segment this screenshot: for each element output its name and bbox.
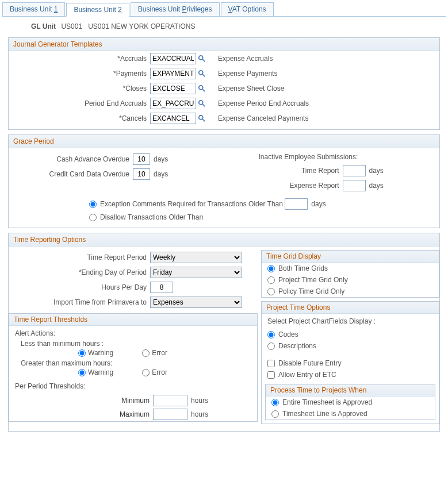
credit-card-input[interactable] bbox=[133, 168, 150, 180]
process-title: Process Time to Projects When bbox=[266, 384, 435, 397]
import-primavera-label: Import Time from Primavera to bbox=[12, 298, 150, 306]
exception-days-input[interactable] bbox=[285, 198, 308, 210]
accruals-label: *Accruals bbox=[12, 55, 150, 63]
project-grid-radio[interactable] bbox=[267, 276, 275, 284]
maximum-hours-unit: hours bbox=[191, 410, 208, 418]
closes-desc: Expense Sheet Close bbox=[218, 84, 284, 93]
tab-business-unit-1[interactable]: Business Unit 1 bbox=[2, 2, 65, 16]
hours-per-day-input[interactable] bbox=[150, 282, 173, 293]
tab-bar: Business Unit 1 Business Unit 2 Business… bbox=[2, 2, 446, 17]
closes-lookup-icon[interactable] bbox=[197, 84, 206, 93]
import-primavera-select[interactable]: Expenses bbox=[150, 297, 242, 308]
greater-than-label: Greater than maximum hours: bbox=[15, 359, 251, 367]
time-report-period-select[interactable]: Weekly bbox=[150, 252, 242, 263]
credit-days-unit: days bbox=[154, 170, 168, 178]
payments-input[interactable] bbox=[150, 68, 196, 79]
entire-timesheet-radio[interactable] bbox=[271, 399, 279, 406]
timesheet-line-radio[interactable] bbox=[271, 410, 279, 418]
svg-point-8 bbox=[199, 116, 203, 120]
tab-business-unit-2[interactable]: Business Unit 2 bbox=[66, 3, 129, 17]
pto-title: Project Time Options bbox=[262, 302, 439, 314]
svg-point-2 bbox=[199, 71, 203, 75]
grace-period-section: Grace Period Cash Advance Overdue days C… bbox=[8, 134, 440, 228]
svg-line-7 bbox=[202, 104, 205, 106]
policy-grid-label: Policy Time Grid Only bbox=[278, 287, 344, 295]
entire-timesheet-label: Entire Timesheet is Approved bbox=[282, 398, 372, 406]
time-report-days-input[interactable] bbox=[343, 165, 366, 176]
exception-days-unit: days bbox=[311, 200, 326, 208]
svg-line-9 bbox=[202, 119, 205, 121]
codes-label: Codes bbox=[278, 330, 298, 338]
payments-desc: Expense Payments bbox=[218, 70, 277, 78]
maximum-input[interactable] bbox=[153, 409, 187, 420]
time-report-days-unit: days bbox=[369, 167, 384, 175]
time-reporting-options-section: Time Reporting Options Time Report Perio… bbox=[8, 233, 440, 432]
alert-actions-label: Alert Actions: bbox=[15, 329, 251, 337]
less-than-label: Less than minimum hours : bbox=[15, 340, 251, 348]
pea-lookup-icon[interactable] bbox=[197, 99, 206, 108]
timesheet-line-label: Timesheet Line is Approved bbox=[282, 410, 367, 418]
gt-error-radio[interactable] bbox=[142, 369, 150, 376]
closes-input[interactable] bbox=[150, 83, 196, 94]
cash-advance-label: Cash Advance Overdue bbox=[18, 155, 133, 163]
gt-error-label: Error bbox=[152, 368, 167, 376]
disable-future-checkbox[interactable] bbox=[267, 360, 275, 367]
time-report-period-label: Time Report Period bbox=[12, 253, 150, 261]
gl-unit-desc: US001 NEW YORK OPERATIONS bbox=[88, 22, 195, 30]
cancels-input[interactable] bbox=[150, 113, 196, 124]
disallow-label: Disallow Transactions Older Than bbox=[100, 213, 203, 221]
codes-radio[interactable] bbox=[267, 331, 275, 338]
per-period-label: Per Period Thresholds: bbox=[9, 379, 257, 394]
allow-etc-checkbox[interactable] bbox=[267, 371, 275, 379]
time-report-thresholds-section: Time Report Thresholds Alert Actions: Le… bbox=[9, 313, 258, 422]
tab-business-unit-privileges[interactable]: Business Unit Privileges bbox=[131, 2, 220, 16]
gl-unit-header: GL Unit US001 US001 NEW YORK OPERATIONS bbox=[2, 17, 446, 35]
accruals-lookup-icon[interactable] bbox=[197, 54, 206, 63]
gt-warning-radio[interactable] bbox=[78, 369, 86, 376]
svg-line-1 bbox=[202, 59, 205, 61]
expense-report-days-unit: days bbox=[369, 182, 384, 190]
expense-report-label: Expense Report bbox=[262, 182, 343, 190]
closes-label: *Closes bbox=[12, 84, 150, 93]
descriptions-label: Descriptions bbox=[278, 342, 316, 350]
lt-warning-radio[interactable] bbox=[78, 349, 86, 357]
accruals-desc: Expense Accruals bbox=[218, 55, 273, 63]
cancels-lookup-icon[interactable] bbox=[197, 114, 206, 123]
pea-input[interactable] bbox=[150, 98, 196, 109]
time-title: Time Reporting Options bbox=[9, 233, 439, 247]
project-time-options-section: Project Time Options Select Project Char… bbox=[261, 301, 439, 424]
project-grid-label: Project Time Grid Only bbox=[278, 276, 348, 284]
pea-desc: Expense Period End Accruals bbox=[218, 99, 309, 107]
hours-per-day-label: Hours Per Day bbox=[12, 283, 150, 291]
exception-comments-radio[interactable] bbox=[89, 201, 97, 208]
svg-point-0 bbox=[199, 56, 203, 60]
time-grid-display-section: Time Grid Display Both Time Grids Projec… bbox=[261, 250, 439, 298]
lt-error-radio[interactable] bbox=[142, 349, 150, 357]
time-report-label: Time Report bbox=[262, 167, 343, 175]
cash-days-unit: days bbox=[154, 155, 168, 163]
jgt-title: Journal Generator Templates bbox=[9, 38, 439, 51]
minimum-input[interactable] bbox=[153, 395, 187, 406]
payments-lookup-icon[interactable] bbox=[197, 69, 206, 78]
policy-grid-radio[interactable] bbox=[267, 288, 275, 295]
descriptions-radio[interactable] bbox=[267, 343, 275, 350]
svg-line-3 bbox=[202, 74, 205, 76]
disallow-radio[interactable] bbox=[89, 214, 97, 221]
maximum-label: Maximum bbox=[9, 410, 153, 418]
ending-day-select[interactable]: Friday bbox=[150, 267, 242, 278]
cash-advance-input[interactable] bbox=[133, 153, 150, 165]
disable-future-label: Disable Future Entry bbox=[278, 359, 341, 367]
ending-day-label: *Ending Day of Period bbox=[12, 268, 150, 276]
accruals-input[interactable] bbox=[150, 53, 196, 64]
gt-warning-label: Warning bbox=[88, 368, 113, 376]
lt-warning-label: Warning bbox=[88, 349, 113, 357]
exception-comments-label: Exception Comments Required for Transact… bbox=[100, 200, 283, 208]
process-time-section: Process Time to Projects When Entire Tim… bbox=[265, 384, 435, 420]
allow-etc-label: Allow Entry of ETC bbox=[278, 371, 336, 379]
expense-report-days-input[interactable] bbox=[343, 180, 366, 191]
tab-vat-options[interactable]: VAT Options bbox=[221, 2, 274, 16]
svg-point-6 bbox=[199, 101, 203, 105]
both-grids-radio[interactable] bbox=[267, 265, 275, 272]
payments-label: *Payments bbox=[12, 70, 150, 78]
pto-select-label: Select Project ChartFields Display : bbox=[262, 314, 439, 329]
